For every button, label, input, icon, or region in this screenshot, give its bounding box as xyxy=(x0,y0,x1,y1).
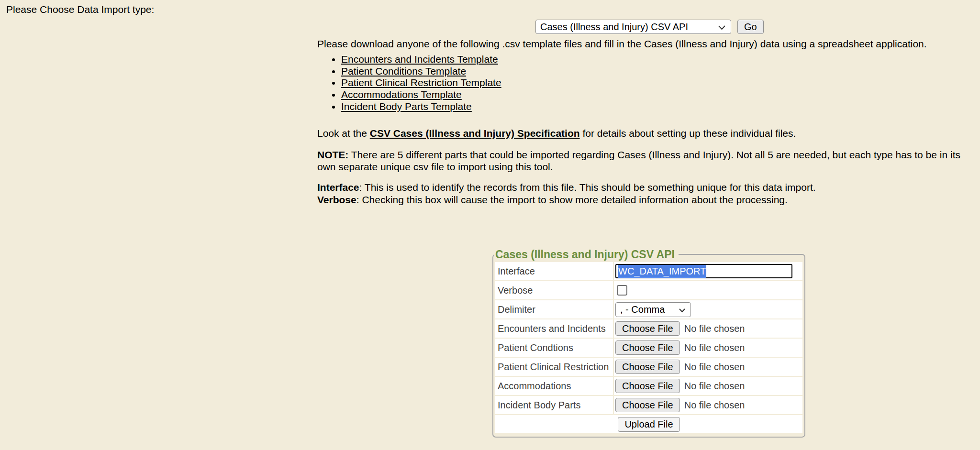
import-type-selected-value: Cases (Illness and Injury) CSV API xyxy=(540,22,688,33)
delimiter-row-label: Delimiter xyxy=(495,300,613,318)
encounters-file-label: Encounters and Incidents xyxy=(495,319,613,338)
note-text: There are 5 different parts that could b… xyxy=(317,149,960,172)
chevron-down-icon xyxy=(679,304,686,315)
delimiter-select[interactable]: , - Comma xyxy=(615,302,691,317)
note-paragraph: NOTE: There are 5 different parts that c… xyxy=(317,149,980,173)
table-row-interface: Interface WC_DATA_IMPORT xyxy=(495,262,802,280)
list-item: Accommodations Template xyxy=(341,89,501,101)
delimiter-selected-value: , - Comma xyxy=(620,304,665,315)
page: Please Choose Data Import type: Cases (I… xyxy=(0,0,980,450)
go-button[interactable]: Go xyxy=(737,20,764,34)
table-row-verbose: Verbose xyxy=(495,281,802,299)
interface-input[interactable]: WC_DATA_IMPORT xyxy=(615,264,792,278)
table-row-encounters-and-incidents: Encounters and Incidents Choose File No … xyxy=(495,319,802,338)
page-title: Please Choose Data Import type: xyxy=(6,4,154,15)
choose-file-button-patient-conditions[interactable]: Choose File xyxy=(615,340,680,355)
template-link-patient-conditions[interactable]: Patient Conditions Template xyxy=(341,66,466,77)
template-link-patient-clinical-restriction[interactable]: Patient Clinical Restriction Template xyxy=(341,77,501,88)
interface-row-label: Interface xyxy=(495,262,613,280)
import-type-select[interactable]: Cases (Illness and Injury) CSV API xyxy=(535,20,731,34)
list-item: Patient Clinical Restriction Template xyxy=(341,77,501,89)
intro-text: Please download anyone of the following … xyxy=(317,38,980,50)
no-file-chosen-text: No file chosen xyxy=(684,323,745,334)
no-file-chosen-text: No file chosen xyxy=(684,400,745,411)
upload-file-button[interactable]: Upload File xyxy=(618,417,679,432)
choose-file-button-encounters-and-incidents[interactable]: Choose File xyxy=(615,321,680,336)
interface-help-text: : This is used to identify the records f… xyxy=(359,182,816,193)
verbose-help-line: Verbose: Checking this box will cause th… xyxy=(317,194,980,206)
verbose-help-label: Verbose xyxy=(317,194,356,205)
list-item: Encounters and Incidents Template xyxy=(341,54,501,66)
patient-conditions-file-label: Patient Condtions xyxy=(495,339,613,357)
list-item: Patient Conditions Template xyxy=(341,66,501,77)
no-file-chosen-text: No file chosen xyxy=(684,362,745,373)
spec-sentence: Look at the CSV Cases (Illness and Injur… xyxy=(317,128,980,139)
no-file-chosen-text: No file chosen xyxy=(684,342,745,353)
field-help-paragraph: Interface: This is used to identify the … xyxy=(317,181,980,206)
choose-file-button-accommodations[interactable]: Choose File xyxy=(615,379,680,393)
import-type-controls: Cases (Illness and Injury) CSV API Go xyxy=(535,20,764,34)
choose-file-button-patient-clinical-restriction[interactable]: Choose File xyxy=(615,360,680,374)
choose-file-button-incident-body-parts[interactable]: Choose File xyxy=(615,398,680,412)
incident-body-parts-file-label: Incident Body Parts xyxy=(495,396,613,414)
patient-clinical-restriction-file-label: Patient Clinical Restriction xyxy=(495,358,613,376)
list-item: Incident Body Parts Template xyxy=(341,101,501,113)
table-row-incident-body-parts: Incident Body Parts Choose File No file … xyxy=(495,396,802,414)
note-label: NOTE: xyxy=(317,149,348,160)
table-row-patient-clinical-restriction: Patient Clinical Restriction Choose File… xyxy=(495,358,802,376)
table-row-patient-conditions: Patient Condtions Choose File No file ch… xyxy=(495,339,802,357)
spec-suffix: for details about setting up these indiv… xyxy=(580,128,796,139)
chevron-down-icon xyxy=(718,22,726,33)
upload-row: Upload File xyxy=(495,415,802,433)
import-form-fieldset: Cases (Illness and Injury) CSV API Inter… xyxy=(492,248,805,438)
table-row-accommodations: Accommodations Choose File No file chose… xyxy=(495,377,802,395)
interface-help-line: Interface: This is used to identify the … xyxy=(317,181,980,194)
no-file-chosen-text: No file chosen xyxy=(684,381,745,392)
form-table: Interface WC_DATA_IMPORT Verbose Delimit… xyxy=(494,261,803,434)
interface-input-selected-text: WC_DATA_IMPORT xyxy=(618,265,706,278)
spec-link[interactable]: CSV Cases (Illness and Injury) Specifica… xyxy=(370,128,580,139)
template-link-accommodations[interactable]: Accommodations Template xyxy=(341,89,462,100)
spec-prefix: Look at the xyxy=(317,128,370,139)
table-row-delimiter: Delimiter , - Comma xyxy=(495,300,802,318)
verbose-checkbox[interactable] xyxy=(617,285,627,296)
form-legend: Cases (Illness and Injury) CSV API xyxy=(494,248,679,261)
verbose-row-label: Verbose xyxy=(495,281,613,299)
template-link-encounters-and-incidents[interactable]: Encounters and Incidents Template xyxy=(341,54,498,65)
template-link-incident-body-parts[interactable]: Incident Body Parts Template xyxy=(341,101,472,112)
accommodations-file-label: Accommodations xyxy=(495,377,613,395)
verbose-help-text: : Checking this box will cause the impor… xyxy=(356,194,788,205)
interface-help-label: Interface xyxy=(317,182,359,193)
template-link-list: Encounters and Incidents Template Patien… xyxy=(317,54,501,113)
